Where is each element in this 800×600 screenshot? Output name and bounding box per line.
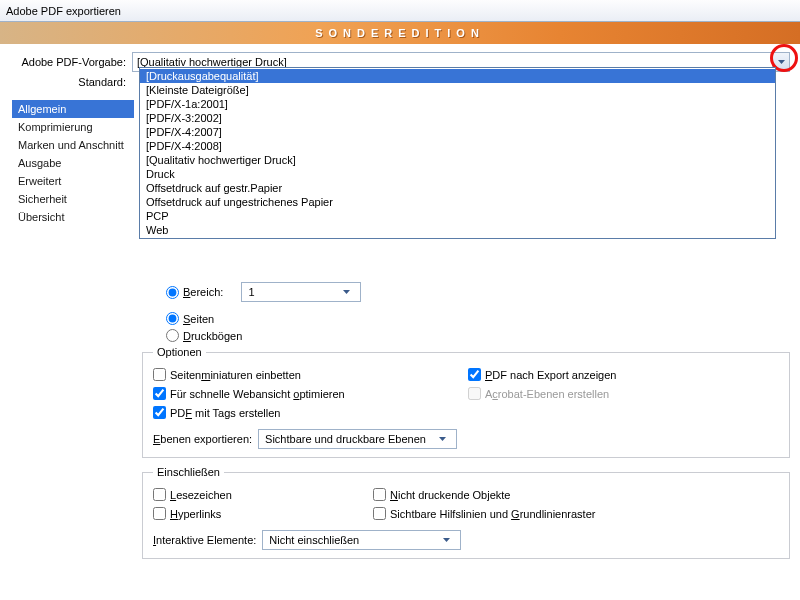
ebenen-label: Ebenen exportieren: [153, 433, 258, 445]
preset-option[interactable]: [Kleinste Dateigröße] [140, 83, 775, 97]
banner: SONDEREDITION [0, 22, 800, 44]
window-title: Adobe PDF exportieren [6, 5, 121, 17]
preset-option[interactable]: [PDF/X-3:2002] [140, 111, 775, 125]
preset-option[interactable]: Web [140, 223, 775, 237]
window-titlebar: Adobe PDF exportieren [0, 0, 800, 22]
preset-option[interactable]: [Qualitativ hochwertiger Druck] [140, 153, 775, 167]
radio-bereich-label: ereich: [190, 286, 223, 298]
check-miniaturen[interactable]: Seitenminiaturen einbetten [153, 368, 301, 381]
svg-marker-1 [343, 290, 350, 294]
interaktive-value: Nicht einschließen [263, 534, 443, 546]
sidebar-item-erweitert[interactable]: Erweitert [12, 172, 134, 190]
preset-option[interactable]: [PDF/X-1a:2001] [140, 97, 775, 111]
sidebar-item-allgemein[interactable]: Allgemein [12, 100, 134, 118]
standard-label: Standard: [12, 76, 132, 88]
check-webansicht[interactable]: Für schnelle Webansicht optimieren [153, 387, 345, 400]
options-legend: Optionen [153, 346, 206, 358]
include-group: Einschließen Lesezeichen Nicht druckende… [142, 466, 790, 559]
preset-dropdown-list[interactable]: [Druckausgabequalität][Kleinste Dateigrö… [139, 67, 776, 239]
chevron-down-icon[interactable] [443, 538, 460, 542]
options-group: Optionen Seitenminiaturen einbetten PDF … [142, 346, 790, 458]
preset-option[interactable]: Druck [140, 167, 775, 181]
sidebar-item-übersicht[interactable]: Übersicht [12, 208, 134, 226]
preset-option[interactable]: [PDF/X-4:2007] [140, 125, 775, 139]
interaktive-combo[interactable]: Nicht einschließen [262, 530, 461, 550]
range-combo[interactable]: 1 [241, 282, 361, 302]
radio-seiten[interactable]: Seiten [166, 312, 214, 325]
svg-marker-2 [439, 437, 446, 441]
preset-option[interactable]: PCP [140, 209, 775, 223]
sidebar-item-sicherheit[interactable]: Sicherheit [12, 190, 134, 208]
check-acrobat-ebenen: Acrobat-Ebenen erstellen [468, 387, 609, 400]
check-nicht-druckend[interactable]: Nicht druckende Objekte [373, 488, 510, 501]
radio-bereich[interactable]: Bereich: [166, 286, 223, 299]
sidebar: AllgemeinKomprimierungMarken und Anschni… [12, 94, 134, 600]
sidebar-item-komprimierung[interactable]: Komprimierung [12, 118, 134, 136]
radio-druckbogen[interactable]: Druckbögen [166, 329, 242, 342]
check-tags[interactable]: PDF mit Tags erstellen [153, 406, 280, 419]
include-legend: Einschließen [153, 466, 224, 478]
sidebar-item-marken-und-anschnitt[interactable]: Marken und Anschnitt [12, 136, 134, 154]
ebenen-combo[interactable]: Sichtbare und druckbare Ebenen [258, 429, 457, 449]
preset-option[interactable]: [Druckausgabequalität] [140, 69, 775, 83]
chevron-down-icon[interactable] [343, 290, 360, 294]
check-lesezeichen[interactable]: Lesezeichen [153, 488, 232, 501]
svg-marker-3 [443, 538, 450, 542]
check-hyperlinks[interactable]: Hyperlinks [153, 507, 221, 520]
preset-option[interactable]: Offsetdruck auf ungestrichenes Papier [140, 195, 775, 209]
interaktive-label: Interaktive Elemente: [153, 534, 262, 546]
preset-option[interactable]: [PDF/X-4:2008] [140, 139, 775, 153]
range-value: 1 [242, 286, 343, 298]
check-pdf-nach-export[interactable]: PDF nach Export anzeigen [468, 368, 616, 381]
sidebar-item-ausgabe[interactable]: Ausgabe [12, 154, 134, 172]
preset-option[interactable]: Offsetdruck auf gestr.Papier [140, 181, 775, 195]
check-hilfslinien[interactable]: Sichtbare Hilfslinien und Grundlinienras… [373, 507, 595, 520]
chevron-down-icon[interactable] [439, 437, 456, 441]
ebenen-value: Sichtbare und druckbare Ebenen [259, 433, 439, 445]
preset-label: Adobe PDF-Vorgabe: [12, 56, 132, 68]
svg-marker-0 [778, 60, 785, 64]
